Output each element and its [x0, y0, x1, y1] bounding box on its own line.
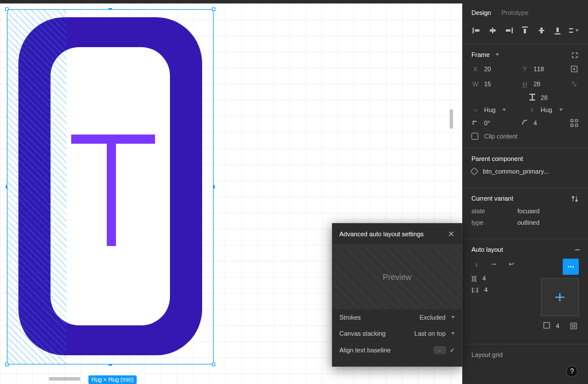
resize-handle-rm[interactable] [214, 185, 215, 189]
direction-vertical-icon[interactable]: ↓ [471, 259, 482, 269]
direction-horizontal-icon[interactable]: → [489, 259, 499, 269]
layout-grid-title[interactable]: Layout grid [471, 351, 579, 358]
align-right-icon[interactable] [504, 25, 514, 36]
svg-rect-11 [556, 28, 559, 32]
svg-rect-20 [575, 120, 578, 122]
svg-rect-18 [532, 95, 533, 99]
variant-settings-icon[interactable] [570, 194, 580, 204]
svg-rect-16 [529, 94, 535, 95]
resize-h-field[interactable]: ›‹Hug [471, 106, 523, 113]
frame-section: Frame X20 Y118 W15 H28 28 ›‹Hug ›‹Hug 0°… [462, 44, 588, 148]
svg-rect-12 [569, 28, 573, 29]
resize-handle-bl[interactable] [5, 363, 9, 366]
svg-rect-27 [544, 322, 550, 328]
rotation-field[interactable]: 0° [471, 119, 515, 127]
popup-align-label: Align text baseline [339, 347, 390, 354]
popup-strokes-dropdown[interactable]: Excluded [420, 314, 455, 321]
remove-auto-layout-button[interactable]: − [575, 245, 580, 255]
advanced-auto-layout-popup: Advanced auto layout settings ✕ Preview … [332, 223, 462, 367]
resize-handle-tm[interactable] [109, 8, 112, 9]
svg-rect-5 [506, 29, 510, 32]
frame-line-height-field[interactable]: 28 [528, 94, 579, 102]
svg-rect-17 [529, 99, 535, 101]
auto-layout-section: Auto layout − ↓ → ↩ ]|[4 |□|4 ⋯ [462, 239, 588, 344]
parent-component-title: Parent component [471, 155, 579, 162]
clip-content-checkbox[interactable]: Clip content [471, 133, 579, 140]
svg-rect-3 [490, 29, 496, 32]
svg-rect-19 [571, 120, 573, 122]
selection-size-label: Hug × Hug (min) [88, 375, 137, 384]
selection-bounds[interactable] [7, 9, 214, 364]
svg-rect-6 [522, 26, 528, 28]
auto-layout-padding-field[interactable]: 4 [541, 321, 579, 331]
align-left-icon[interactable] [471, 25, 482, 36]
svg-point-24 [575, 199, 578, 202]
popup-stacking-row: Canvas stacking Last on top [332, 325, 462, 341]
resize-handle-tr[interactable] [212, 7, 215, 11]
component-icon [470, 167, 478, 175]
link-dimensions-icon[interactable] [570, 79, 579, 89]
align-top-icon[interactable] [520, 25, 530, 36]
absolute-position-icon[interactable] [570, 64, 579, 74]
inspector-panel: Design Prototype Frame X20 Y118 W15 H28 … [462, 3, 588, 384]
popup-stacking-dropdown[interactable]: Last on top [415, 330, 455, 337]
independent-padding-icon[interactable] [568, 321, 579, 331]
svg-rect-21 [571, 124, 573, 126]
svg-rect-7 [524, 29, 526, 33]
scrollbar-vertical[interactable] [450, 109, 453, 129]
frame-y-field[interactable]: Y118 [521, 66, 564, 72]
fit-frame-icon[interactable] [570, 50, 580, 60]
auto-layout-gap-h-field[interactable]: ]|[4 [471, 275, 536, 282]
resize-handle-tl[interactable] [5, 7, 9, 11]
auto-layout-title: Auto layout [471, 246, 579, 253]
popup-strokes-label: Strokes [339, 314, 361, 321]
close-icon[interactable]: ✕ [448, 229, 455, 239]
alignment-grid-control[interactable] [541, 278, 579, 316]
svg-rect-0 [473, 28, 474, 33]
svg-rect-4 [512, 28, 513, 33]
svg-rect-9 [540, 28, 543, 33]
resize-handle-br[interactable] [212, 363, 215, 366]
svg-rect-28 [571, 323, 577, 329]
independent-corners-icon[interactable] [570, 118, 579, 128]
align-center-h-icon[interactable] [488, 25, 498, 36]
frame-section-title[interactable]: Frame [471, 51, 579, 58]
distribute-icon[interactable] [568, 25, 579, 36]
inspector-tabs: Design Prototype [462, 3, 588, 22]
tab-prototype[interactable]: Prototype [501, 9, 528, 16]
popup-preview-area: Preview [332, 245, 462, 309]
help-button[interactable]: ? [566, 366, 578, 377]
parent-component-section: Parent component btn_common_primary... [462, 148, 588, 188]
parent-component-name: btn_common_primary... [483, 168, 549, 175]
frame-x-field[interactable]: X20 [471, 66, 515, 72]
corner-radius-field[interactable]: 4 [521, 119, 564, 127]
resize-handle-bm[interactable] [109, 364, 112, 366]
svg-point-15 [574, 68, 575, 70]
tab-design[interactable]: Design [471, 9, 491, 16]
parent-component-row[interactable]: btn_common_primary... [471, 168, 579, 175]
popup-strokes-row: Strokes Excluded [332, 309, 462, 325]
align-bottom-icon[interactable] [552, 25, 563, 36]
alignment-buttons-row [462, 22, 588, 44]
svg-rect-22 [575, 124, 578, 126]
auto-layout-more-options-button[interactable]: ⋯ [563, 259, 579, 275]
popup-preview-label: Preview [383, 272, 412, 282]
align-center-v-icon[interactable] [536, 25, 547, 36]
align-baseline-apply-icon[interactable]: ✓ [450, 347, 455, 354]
clip-content-label: Clip content [484, 133, 517, 140]
variant-state-row[interactable]: statefocused [471, 208, 579, 214]
current-variant-title: Current variant [471, 195, 579, 202]
variant-type-row[interactable]: typeoutlined [471, 219, 579, 226]
checkbox-icon [471, 133, 478, 140]
scrollbar-horizontal[interactable] [49, 377, 80, 381]
frame-h-field[interactable]: H28 [521, 80, 564, 87]
align-baseline-toggle[interactable]: - [434, 346, 446, 354]
direction-wrap-icon[interactable]: ↩ [506, 259, 516, 269]
svg-rect-10 [555, 33, 560, 34]
popup-title: Advanced auto layout settings [339, 231, 424, 237]
resize-handle-lm[interactable] [6, 185, 7, 189]
frame-w-field[interactable]: W15 [471, 80, 515, 87]
resize-v-field[interactable]: ›‹Hug [528, 106, 579, 113]
svg-point-23 [572, 196, 574, 198]
auto-layout-gap-v-field[interactable]: |□|4 [471, 286, 536, 293]
